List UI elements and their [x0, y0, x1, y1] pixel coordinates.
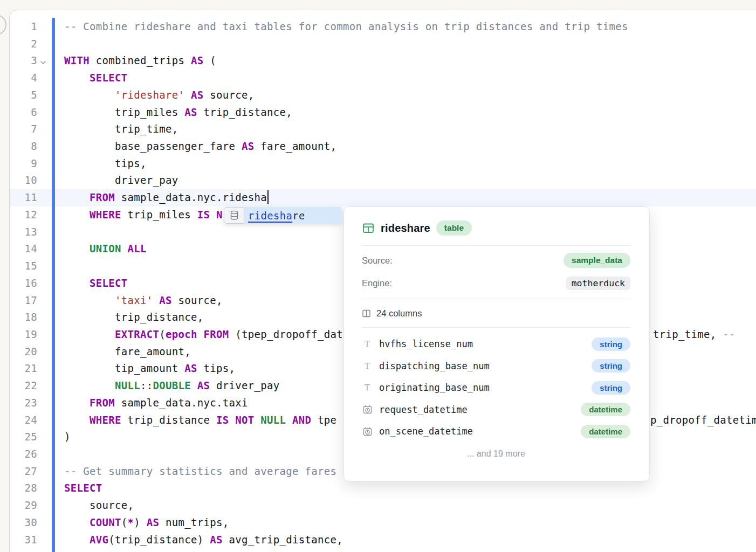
column-name: on_scene_datetime [379, 426, 473, 437]
line-number: 29 [13, 497, 37, 514]
code-token: IS NOT [216, 414, 255, 426]
code-line[interactable]: trip_time, [64, 121, 756, 138]
fold-chevron-down-icon[interactable] [40, 57, 46, 67]
source-label: Source: [362, 256, 393, 266]
code-token [197, 328, 204, 340]
code-token: AS [159, 294, 172, 306]
column-row: Tdispatching_base_numstring [362, 355, 630, 377]
code-token: * [128, 516, 134, 528]
autocomplete-matched-text: ridesha [248, 210, 292, 222]
code-token: AS [184, 362, 197, 374]
code-token [64, 243, 90, 254]
column-name: request_datetime [379, 404, 468, 415]
column-row: request_datetimedatetime [362, 399, 630, 421]
line-number: 25 [13, 429, 37, 446]
line-number: 15 [13, 258, 37, 275]
code-line[interactable]: trip_miles AS trip_distance, [64, 104, 756, 121]
code-token: SELECT [90, 277, 128, 289]
code-token: N [216, 209, 223, 220]
code-token: ) [64, 431, 71, 443]
line-number: 7 [13, 121, 37, 138]
code-line[interactable]: AVG(trip_distance) AS avg_trip_distance, [64, 532, 756, 549]
code-line[interactable]: WITH combined_trips AS ( [64, 52, 756, 70]
code-token [153, 294, 160, 306]
line-number: 17 [13, 292, 37, 309]
code-token: avg_trip_distance, [223, 534, 343, 546]
code-line[interactable]: -- Combine rideshare and taxi tables for… [64, 18, 756, 36]
columns-icon [362, 309, 371, 318]
code-token: (tpep_dropoff_dat [229, 328, 343, 340]
code-token [64, 516, 90, 528]
code-line[interactable]: SELECT [64, 70, 756, 87]
code-line[interactable]: driver_pay [64, 172, 756, 189]
datetime-type-icon [362, 404, 373, 415]
code-token: WITH [64, 54, 90, 66]
code-line[interactable]: 'rideshare' AS source, [64, 87, 756, 104]
column-type-badge: string [592, 381, 630, 395]
line-number: 10 [13, 172, 37, 189]
code-line[interactable]: SELECT [64, 480, 756, 497]
code-token: SELECT [64, 482, 102, 494]
code-token: AS [197, 380, 210, 391]
gutter-change-bar [52, 18, 55, 552]
column-row: Toriginating_base_numstring [362, 377, 630, 399]
code-line[interactable]: FROM sample_data.nyc.ridesha [64, 189, 756, 206]
code-token: (trip_distance) [108, 534, 210, 546]
code-line[interactable]: base_passenger_fare AS fare_amount, [64, 138, 756, 155]
code-token [64, 191, 90, 203]
code-line[interactable]: tips, [64, 155, 756, 172]
code-token: driver_pay [64, 174, 178, 186]
code-token: AS [147, 516, 160, 528]
line-number: 24 [13, 412, 37, 429]
column-name: originating_base_num [379, 382, 490, 393]
code-line[interactable] [64, 36, 756, 53]
line-number: 20 [13, 343, 37, 361]
code-token: NULL [260, 414, 286, 426]
code-token: sample_data.nyc.ridesha [115, 191, 267, 203]
code-token [64, 294, 115, 306]
line-number: 21 [13, 360, 37, 377]
code-token: ( [203, 54, 216, 66]
code-fragment-right: trip_time, -- [653, 326, 736, 343]
line-number: 14 [13, 240, 37, 258]
column-name: hvfhs_license_num [379, 339, 473, 349]
line-number: 4 [13, 70, 37, 87]
code-token: EXTRACT [115, 328, 159, 340]
code-token: IS [197, 209, 210, 220]
code-token: source, [172, 294, 223, 306]
code-token [64, 534, 90, 546]
code-token: num_trips, [159, 516, 229, 528]
table-icon [362, 222, 375, 234]
code-line[interactable]: COUNT(*) AS num_trips, [64, 514, 756, 532]
code-token: AS [191, 89, 204, 101]
partial-avatar-circle [0, 15, 6, 35]
code-token: trip_miles [121, 209, 197, 220]
code-line[interactable]: AVG(trip_time) AS avg_trip_time, [64, 548, 756, 552]
source-value-badge: sample_data [563, 253, 630, 268]
code-token [184, 89, 191, 101]
code-token: tips, [64, 157, 147, 169]
line-number: 27 [13, 463, 37, 480]
code-token [64, 397, 90, 409]
code-token: fare_amount, [254, 140, 336, 152]
code-token: base_passenger_fare [64, 140, 242, 152]
column-name: dispatching_base_num [379, 361, 490, 371]
code-token: sample_data.nyc.taxi [115, 397, 248, 409]
line-number: 2 [13, 36, 37, 53]
line-number: 26 [13, 446, 37, 463]
code-token: trip_distance [121, 414, 216, 426]
code-line[interactable]: source, [64, 497, 756, 514]
line-number: 28 [13, 480, 37, 497]
autocomplete-item-rideshare[interactable]: rideshare [244, 207, 341, 224]
code-token: -- Combine rideshare and taxi tables for… [64, 20, 628, 32]
code-token: :: [140, 380, 153, 391]
text-type-icon: T [362, 383, 373, 392]
code-token: FROM [204, 328, 229, 340]
more-columns-label: ... and 19 more [362, 449, 630, 459]
svg-text:T: T [365, 361, 370, 371]
columns-count-row: 24 columns [362, 299, 630, 327]
column-row: on_scene_datetimedatetime [362, 420, 630, 443]
line-number: 18 [13, 309, 37, 326]
code-token: AS [210, 534, 223, 546]
line-number: 22 [13, 377, 37, 395]
